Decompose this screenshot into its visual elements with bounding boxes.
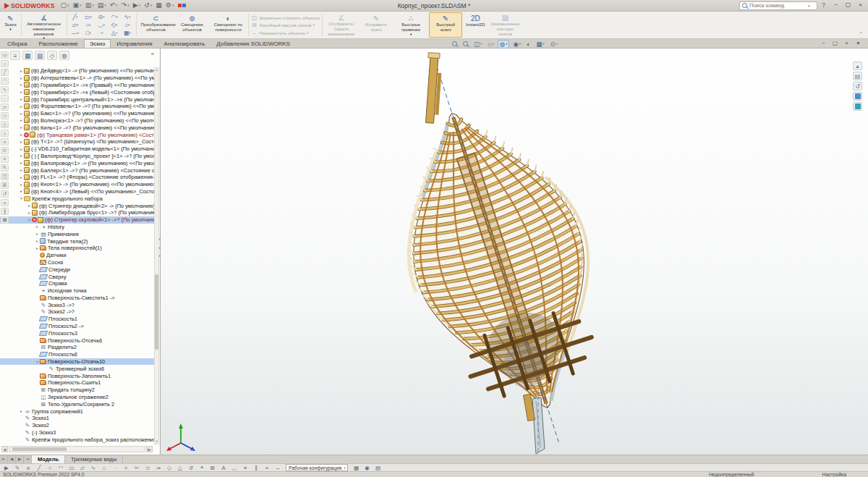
strip-tool-icon-3[interactable]: ╱ <box>34 464 44 471</box>
tree-item[interactable]: ▸(ф) Горкимбирс<1> ->х (Правый) <<По умо… <box>0 82 154 89</box>
ribbon-button[interactable]: ✎Эскиз▾ <box>2 12 19 38</box>
strip-tool-icon-12[interactable]: ✂ <box>132 464 142 471</box>
redo-icon[interactable]: ↷▾ <box>120 1 131 10</box>
expand-arrow-icon[interactable]: ▸ <box>19 189 24 193</box>
tree-item[interactable]: Плоскость6 <box>0 351 154 358</box>
strip-tool-icon-16[interactable]: △ <box>175 464 185 471</box>
sketch-entity-icon[interactable]: —▾ <box>69 29 82 37</box>
expand-arrow-icon[interactable]: ▸ <box>19 104 24 109</box>
dock-tool-icon-17[interactable]: × <box>1 199 9 206</box>
sketch-entity-icon[interactable]: ▱▾ <box>69 21 82 29</box>
dock-tool-icon-14[interactable]: ◫ <box>1 173 9 180</box>
strip-tool-icon-2[interactable]: ⌀ <box>23 464 33 471</box>
file-properties-icon[interactable]: ▦ <box>154 1 163 10</box>
expand-arrow-icon[interactable]: ▸ <box>19 83 24 87</box>
tree-item[interactable]: ▸(ф) Баллер<1> ->? (По умолчанию) <Состо… <box>0 166 154 174</box>
print-icon[interactable]: ▤▾ <box>96 1 108 10</box>
configuration-combo[interactable]: Рабочая конфигурация▾ <box>286 464 348 471</box>
expand-arrow-icon[interactable]: ▸ <box>19 161 24 165</box>
tree-item[interactable]: ▸Твердые тела(2) <box>0 237 154 245</box>
close-button[interactable]: × <box>854 1 867 10</box>
dock-tool-icon-8[interactable]: △ <box>1 121 9 128</box>
scroll-right-icon[interactable]: ▶ <box>146 446 153 452</box>
dock-tool-icon-1[interactable]: ○ <box>1 60 9 67</box>
tree-item[interactable]: ▸▤Примечания <box>0 230 154 237</box>
sketch-entity-icon[interactable]: ◇▾ <box>109 21 121 29</box>
strip-tool-icon-19[interactable]: ⊞ <box>208 464 218 471</box>
dock-tool-icon-5[interactable]: · <box>1 95 9 102</box>
tree-item[interactable]: ▸(ф) Горкимбирс<2> ->х (Левый) <Состояни… <box>0 88 154 96</box>
strip-tool-icon-8[interactable]: ∿ <box>88 464 98 471</box>
ribbon-button[interactable]: ◐Смещение по поверхности <box>211 12 246 38</box>
tree-item[interactable]: ▸◑History <box>0 224 154 231</box>
sketch-entity-icon[interactable]: ▦▾ <box>122 29 134 37</box>
strip-tool-icon-11[interactable]: ≈ <box>121 464 131 471</box>
tree-item[interactable]: ▸(ф) Кноп<4> -> (Левый) <<По умолчанию>_… <box>0 188 154 195</box>
minimize-button[interactable]: − <box>830 1 842 10</box>
view-settings-icon[interactable]: ⊙▾ <box>548 40 560 48</box>
tree-item[interactable]: ⊟Разделить2 <box>0 344 154 351</box>
expand-arrow-icon[interactable]: ▸ <box>19 76 24 80</box>
tree-item[interactable]: ⊞Придать толщину2 <box>0 387 154 394</box>
strip-tool-icon-13[interactable]: ⊃ <box>142 464 153 471</box>
tree-item[interactable]: ✎Эскиз2 <box>0 422 154 429</box>
strip-right-icon-0[interactable]: ▦ <box>351 464 361 471</box>
strip-tool-icon-20[interactable]: A <box>218 464 229 471</box>
view-orientation-icon[interactable]: ⌂▾ <box>485 40 495 48</box>
strip-tool-icon-14[interactable]: ⇒ <box>153 464 163 471</box>
ribbon-button[interactable]: ✎Быстрый эскиз <box>429 12 462 38</box>
tree-item[interactable]: Плоскость2 -> <box>0 323 154 330</box>
options-icon[interactable]: ⚙▾ <box>164 1 176 10</box>
expand-arrow-icon[interactable]: ▸ <box>19 69 24 73</box>
expand-arrow-icon[interactable]: ▸ <box>19 168 24 172</box>
zoom-fit-icon[interactable] <box>450 40 459 48</box>
new-file-icon[interactable]: ▢▾ <box>59 1 71 10</box>
hscroll-track[interactable] <box>9 446 145 452</box>
expand-arrow-icon[interactable]: ▸ <box>35 224 40 229</box>
tree-item[interactable]: ▸(ф) Валопровод<1> -> (По умолчанию) <<П… <box>0 159 154 166</box>
window-restore-button[interactable]: ▢ <box>830 39 841 48</box>
tree-item[interactable]: ▸(ф) Лимбербордов брус<1> ->? (По умолча… <box>0 209 154 216</box>
tree-item[interactable]: Справа <box>0 280 154 287</box>
panel-flyout-icon[interactable]: » <box>151 51 154 57</box>
tree-item[interactable]: ◫Зеркальное отражение2 <box>0 394 154 401</box>
strip-tool-icon-18[interactable]: ⌖ <box>197 464 207 471</box>
strip-tool-icon-5[interactable]: ◠ <box>56 464 66 471</box>
save-icon[interactable]: ▥▾ <box>84 1 95 10</box>
open-file-icon[interactable]: ▣▾ <box>72 1 83 10</box>
tree-horizontal-scrollbar[interactable]: ◀ ▶ <box>1 446 153 452</box>
expand-arrow-icon[interactable]: ▾ <box>27 218 32 222</box>
tree-item[interactable]: ▸✕(ф) Транцевая рама<1> (По умолчанию) <… <box>0 131 154 138</box>
tree-item[interactable]: ▸(ф) Кноп<1> -> (По умолчанию) <<По умол… <box>0 181 154 188</box>
tree-item[interactable]: Поверхность-Отсечь6 <box>0 337 154 344</box>
tree-item[interactable]: ▸Тела поверхностей(1) <box>0 245 154 252</box>
ribbon-button[interactable]: ∡Автоматическое нанесение размеров▾ <box>24 12 64 38</box>
display-style-icon[interactable]: ◍▾ <box>498 40 510 48</box>
dock-tool-icon-0[interactable]: ▭ <box>1 51 9 59</box>
ship-model[interactable] <box>161 48 868 455</box>
tree-item[interactable]: ▸(ф) Форштевень<1> ->? (По умолчанию) <<… <box>0 103 154 110</box>
strip-tool-icon-1[interactable]: ✎ <box>12 464 22 471</box>
collapse-ribbon-button[interactable]: ▾ <box>853 39 864 48</box>
ribbon-collapse-icon[interactable]: ⌃ <box>859 31 866 38</box>
expand-arrow-icon[interactable]: ▸ <box>19 175 24 180</box>
undo-icon[interactable]: ↶▾ <box>109 1 119 10</box>
pages-icon[interactable]: ▤ <box>853 72 862 80</box>
tree-item[interactable]: ✎Крепёж продольного набора_эскиз располо… <box>0 436 154 443</box>
tab-scroll-icon-2[interactable]: ▶ <box>16 455 24 463</box>
sketch-entity-icon[interactable]: ⊙▾ <box>95 13 108 21</box>
strip-tool-icon-15[interactable]: ◇ <box>164 464 174 471</box>
tree-item[interactable]: ✎(-) Эскиз3 <box>0 429 154 436</box>
dock-tool-icon-7[interactable]: ◇ <box>1 112 9 119</box>
panel-tab-icon-1[interactable]: ▦ <box>22 51 33 60</box>
ribbon-button[interactable]: ⊂Преобразование объектов <box>139 12 174 38</box>
hscroll-thumb[interactable] <box>12 447 67 451</box>
apply-scene-icon[interactable]: ▦▾ <box>534 40 546 48</box>
strip-tool-icon-25[interactable]: ↔ <box>273 464 283 471</box>
strip-tool-icon-9[interactable]: ⌂ <box>99 464 109 471</box>
tab-анализировать[interactable]: Анализировать <box>158 39 211 48</box>
tab-расположение[interactable]: Расположение <box>33 39 83 48</box>
window-close-button[interactable]: × <box>841 39 852 48</box>
expand-arrow-icon[interactable]: ▾ <box>19 196 24 200</box>
expand-arrow-icon[interactable]: ▸ <box>19 90 24 94</box>
